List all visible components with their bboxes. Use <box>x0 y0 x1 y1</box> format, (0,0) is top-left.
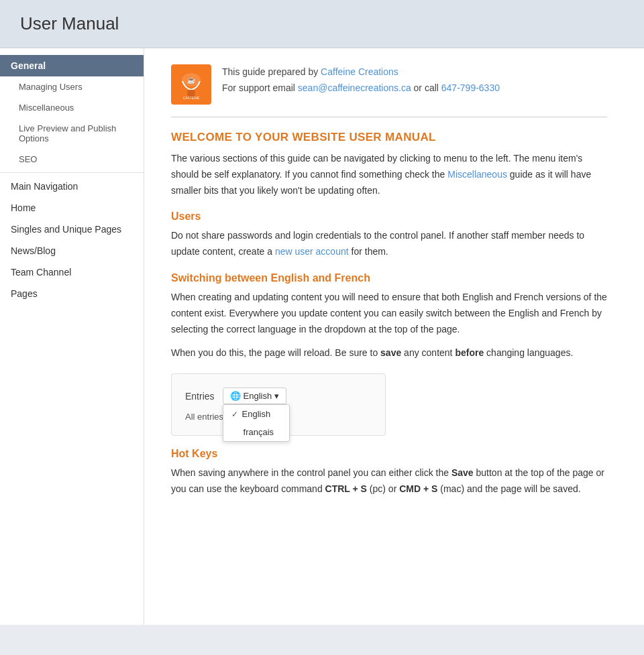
english-option-label: English <box>242 409 271 419</box>
sidebar-item-general[interactable]: General <box>0 55 144 76</box>
switching-title: Switching between English and French <box>171 272 607 284</box>
caffeine-creations-logo: ☕ CAFFEINE CREATIONS <box>171 64 211 105</box>
main-content: ☕ CAFFEINE CREATIONS This guide prepared… <box>144 48 634 625</box>
language-option-francais[interactable]: français <box>223 423 289 441</box>
svg-text:CREATIONS: CREATIONS <box>183 101 199 101</box>
entries-label: Entries <box>185 391 215 402</box>
dropdown-selected: English <box>244 391 272 401</box>
sidebar-item-home[interactable]: Home <box>0 197 144 219</box>
sidebar-item-singles[interactable]: Singles and Unique Pages <box>0 219 144 240</box>
company-link[interactable]: Caffeine Creations <box>321 66 398 77</box>
check-icon: ✓ <box>231 410 238 419</box>
sidebar-item-team-channel[interactable]: Team Channel <box>0 261 144 283</box>
hotkeys-paragraph: When saving anywhere in the control pane… <box>171 465 607 497</box>
sidebar-item-live-preview[interactable]: Live Preview and Publish Options <box>0 118 144 149</box>
welcome-paragraph: The various sections of this guide can b… <box>171 151 607 198</box>
sidebar-item-main-navigation[interactable]: Main Navigation <box>0 176 144 197</box>
sidebar-item-news-blog[interactable]: News/Blog <box>0 240 144 261</box>
language-dropdown-menu: ✓ English français <box>223 404 290 442</box>
svg-text:☕: ☕ <box>187 76 196 84</box>
users-paragraph: Do not share passwords and login credent… <box>171 228 607 260</box>
sidebar: General Managing Users Miscellaneous Liv… <box>0 48 144 625</box>
page-header: User Manual <box>0 0 644 48</box>
page-title: User Manual <box>20 13 624 34</box>
users-title: Users <box>171 211 607 223</box>
language-dropdown-button[interactable]: 🌐 English ▾ <box>223 388 287 404</box>
welcome-title: WELCOME TO YOUR WEBSITE USER MANUAL <box>171 131 607 144</box>
new-user-link[interactable]: new user account <box>275 246 349 257</box>
switching-paragraph-1: When creating and updating content you w… <box>171 290 607 337</box>
switching-paragraph-2: When you do this, the page will reload. … <box>171 345 607 361</box>
hotkeys-title: Hot Keys <box>171 448 607 460</box>
sidebar-item-seo[interactable]: SEO <box>0 149 144 170</box>
prepared-box: ☕ CAFFEINE CREATIONS This guide prepared… <box>171 64 607 105</box>
sidebar-item-miscellaneous[interactable]: Miscellaneous <box>0 97 144 118</box>
language-dropdown[interactable]: 🌐 English ▾ ✓ English français <box>223 388 287 404</box>
chevron-down-icon: ▾ <box>274 391 279 401</box>
prepared-text: This guide prepared by Caffeine Creation… <box>222 64 500 97</box>
sidebar-item-pages[interactable]: Pages <box>0 283 144 304</box>
miscellaneous-link[interactable]: Miscellaneous <box>447 169 507 180</box>
sidebar-item-managing-users[interactable]: Managing Users <box>0 76 144 97</box>
support-email-link[interactable]: sean@caffeinecreations.ca <box>298 82 411 93</box>
language-demo: Entries 🌐 English ▾ ✓ English <box>171 373 386 436</box>
globe-icon: 🌐 <box>230 391 241 401</box>
language-option-english[interactable]: ✓ English <box>223 405 289 423</box>
section-divider <box>171 117 607 117</box>
svg-text:CAFFEINE: CAFFEINE <box>183 96 200 100</box>
support-phone-link[interactable]: 647-799-6330 <box>441 82 500 93</box>
all-entries-label: All entries <box>185 412 223 422</box>
francais-option-label: français <box>244 427 274 437</box>
